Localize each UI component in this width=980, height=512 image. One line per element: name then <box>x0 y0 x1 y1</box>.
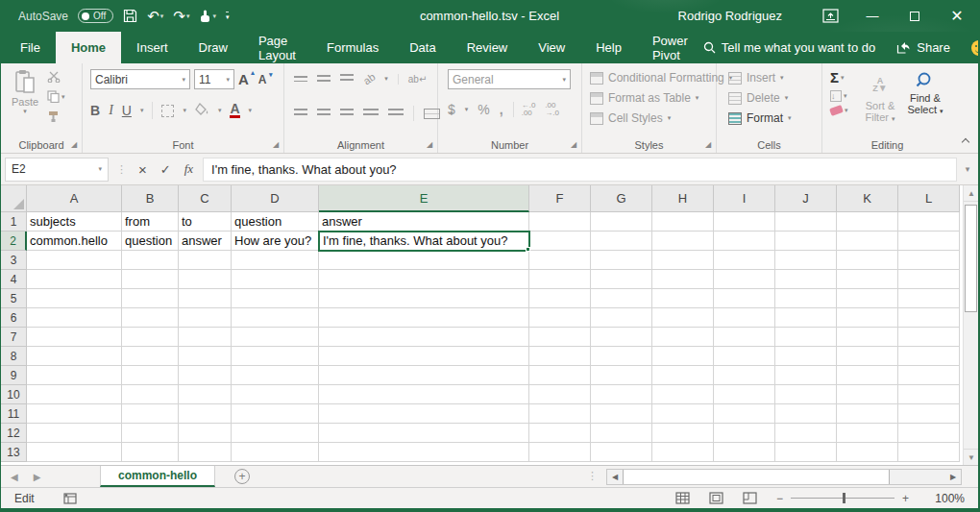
cell-J5[interactable] <box>775 289 837 308</box>
paste-dropdown-icon[interactable]: ▾ <box>23 108 27 115</box>
row-header-5[interactable]: 5 <box>1 289 27 308</box>
currency-button[interactable]: $ <box>448 102 455 117</box>
cell-F5[interactable] <box>529 289 591 308</box>
minimize-button[interactable]: — <box>851 0 894 32</box>
close-button[interactable]: ✕ <box>936 0 978 32</box>
cell-C10[interactable] <box>179 385 232 404</box>
row-header-2[interactable]: 2 <box>1 232 27 251</box>
column-header-I[interactable]: I <box>714 185 775 212</box>
insert-function-button[interactable]: fx <box>184 161 193 177</box>
cell-D5[interactable] <box>232 289 319 308</box>
column-header-H[interactable]: H <box>652 185 714 212</box>
formula-input[interactable]: I'm fine, thanks. What about you? <box>203 158 957 182</box>
cell-F7[interactable] <box>529 328 591 347</box>
cell-E1[interactable]: answer <box>319 212 529 232</box>
tab-view[interactable]: View <box>523 32 580 63</box>
cell-G1[interactable] <box>591 212 652 232</box>
row-header-9[interactable]: 9 <box>1 366 27 385</box>
cell-C12[interactable] <box>179 424 232 443</box>
cell-K6[interactable] <box>837 308 898 328</box>
cell-J7[interactable] <box>775 328 837 347</box>
cell-L1[interactable] <box>898 212 960 232</box>
cell-C7[interactable] <box>179 328 232 347</box>
sort-filter-button[interactable]: AZ▼ Sort &Filter ▾ <box>859 77 901 123</box>
copy-dropdown-icon[interactable]: ▾ <box>61 93 65 101</box>
cell-E7[interactable] <box>319 328 529 347</box>
enter-button[interactable]: ✓ <box>160 162 171 177</box>
cell-A6[interactable] <box>27 308 122 328</box>
redo-dropdown-icon[interactable]: ▾ <box>186 12 190 19</box>
orientation-button[interactable]: ab <box>361 71 378 87</box>
row-header-7[interactable]: 7 <box>1 328 27 347</box>
cell-D6[interactable] <box>232 308 319 328</box>
cell-F4[interactable] <box>529 270 591 289</box>
cell-D13[interactable] <box>232 443 319 462</box>
align-left-button[interactable] <box>294 109 307 118</box>
user-name[interactable]: Rodrigo Rodriguez <box>678 9 782 23</box>
row-header-11[interactable]: 11 <box>1 404 27 424</box>
cell-G2[interactable] <box>591 232 652 251</box>
cell-E5[interactable] <box>319 289 529 308</box>
row-header-8[interactable]: 8 <box>1 347 27 366</box>
cell-A5[interactable] <box>27 289 122 308</box>
column-header-L[interactable]: L <box>898 185 960 212</box>
cell-A10[interactable] <box>27 385 122 404</box>
cell-C9[interactable] <box>179 366 232 385</box>
top-align-button[interactable] <box>294 76 307 82</box>
copy-button[interactable]: ▾ <box>47 90 65 103</box>
row-header-3[interactable]: 3 <box>1 251 27 270</box>
cell-K1[interactable] <box>837 212 898 232</box>
cell-B5[interactable] <box>122 289 179 308</box>
cell-H10[interactable] <box>652 385 714 404</box>
tab-home[interactable]: Home <box>56 32 121 63</box>
cell-I10[interactable] <box>714 385 775 404</box>
normal-view-button[interactable] <box>675 492 690 504</box>
cell-F13[interactable] <box>529 443 591 462</box>
cell-F10[interactable] <box>529 385 591 404</box>
styles-dialog-launcher[interactable]: ◢ <box>703 140 713 150</box>
increase-decimal-button[interactable]: ←.0.00 <box>513 102 536 117</box>
cell-I9[interactable] <box>714 366 775 385</box>
feedback-smiley-icon[interactable] <box>971 40 980 56</box>
tab-scroll-splitter[interactable]: ⋮ <box>587 470 598 482</box>
cell-L12[interactable] <box>898 424 960 443</box>
column-header-A[interactable]: A <box>27 185 122 212</box>
cell-B6[interactable] <box>122 308 179 328</box>
scroll-left-icon[interactable]: ◀ <box>607 470 623 484</box>
cell-I3[interactable] <box>714 251 775 270</box>
tab-file[interactable]: File <box>5 32 56 63</box>
find-select-button[interactable]: Find &Select ▾ <box>903 71 947 115</box>
cell-H5[interactable] <box>652 289 714 308</box>
prev-sheet-icon[interactable]: ◀ <box>11 472 18 482</box>
alignment-dialog-launcher[interactable]: ◢ <box>425 140 434 150</box>
cell-H11[interactable] <box>652 404 714 424</box>
vertical-scroll-thumb[interactable] <box>965 205 977 312</box>
cell-J13[interactable] <box>775 443 837 462</box>
cell-L5[interactable] <box>898 289 960 308</box>
format-as-table-button[interactable]: Format as Table▾ <box>582 87 716 108</box>
cell-H6[interactable] <box>652 308 714 328</box>
middle-align-button[interactable] <box>317 75 331 83</box>
collapse-ribbon-button[interactable] <box>962 137 969 145</box>
cell-E8[interactable] <box>319 347 529 366</box>
cell-B12[interactable] <box>122 424 179 443</box>
undo-dropdown-icon[interactable]: ▾ <box>160 12 164 19</box>
cell-C2[interactable]: answer <box>179 232 232 251</box>
align-center-button[interactable] <box>317 109 331 118</box>
shrink-font-button[interactable]: A▾ <box>258 73 267 86</box>
cell-C11[interactable] <box>179 404 232 424</box>
cell-H1[interactable] <box>652 212 714 232</box>
tab-formulas[interactable]: Formulas <box>311 32 394 63</box>
cell-L10[interactable] <box>898 385 960 404</box>
cell-E6[interactable] <box>319 308 529 328</box>
row-header-1[interactable]: 1 <box>1 212 27 232</box>
cell-C1[interactable]: to <box>179 212 232 232</box>
underline-dropdown-icon[interactable]: ▾ <box>140 107 144 114</box>
format-painter-button[interactable] <box>47 110 65 123</box>
cell-K3[interactable] <box>837 251 898 270</box>
tab-draw[interactable]: Draw <box>184 32 243 63</box>
cell-J10[interactable] <box>775 385 837 404</box>
scroll-right-icon[interactable]: ▶ <box>945 470 961 484</box>
cell-D1[interactable]: question <box>232 212 319 232</box>
share-button[interactable]: Share <box>896 40 950 55</box>
